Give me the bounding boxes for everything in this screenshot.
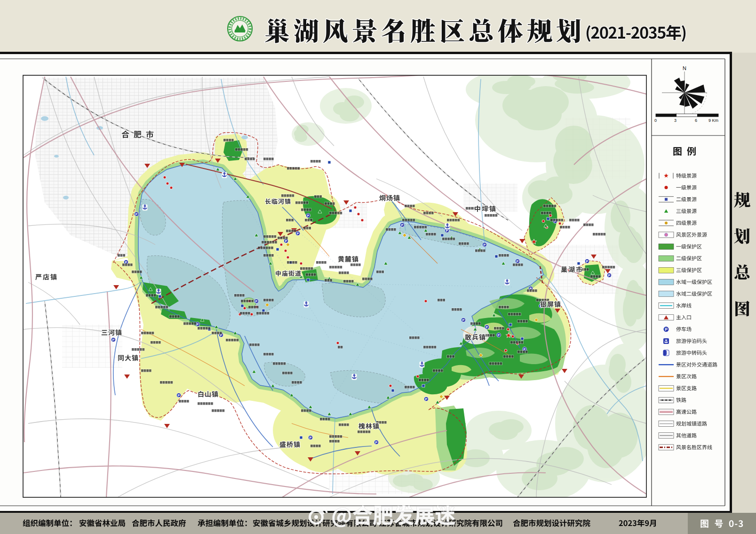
svg-text:P: P bbox=[462, 318, 465, 322]
svg-text:P: P bbox=[586, 259, 589, 263]
svg-text:P: P bbox=[310, 436, 312, 440]
svg-text:P: P bbox=[135, 212, 138, 216]
svg-text:P: P bbox=[425, 397, 428, 401]
svg-text:P: P bbox=[498, 333, 500, 337]
svg-text:P: P bbox=[665, 327, 668, 332]
svg-text:P: P bbox=[486, 325, 488, 329]
svg-text:P: P bbox=[608, 273, 611, 278]
svg-text:P: P bbox=[401, 223, 404, 227]
svg-text:6: 6 bbox=[695, 118, 697, 123]
svg-text:P: P bbox=[112, 338, 115, 342]
svg-text:9 Km: 9 Km bbox=[708, 118, 718, 123]
svg-text:3: 3 bbox=[674, 118, 676, 123]
svg-text:P: P bbox=[484, 243, 486, 247]
svg-text:P: P bbox=[178, 393, 180, 398]
svg-text:N: N bbox=[683, 65, 686, 71]
svg-text:P: P bbox=[517, 259, 519, 263]
svg-text:0: 0 bbox=[654, 118, 657, 123]
svg-text:P: P bbox=[197, 322, 199, 327]
svg-text:P: P bbox=[307, 214, 310, 218]
svg-text:P: P bbox=[375, 440, 378, 445]
svg-text:P: P bbox=[255, 299, 258, 303]
svg-text:P: P bbox=[297, 231, 299, 236]
